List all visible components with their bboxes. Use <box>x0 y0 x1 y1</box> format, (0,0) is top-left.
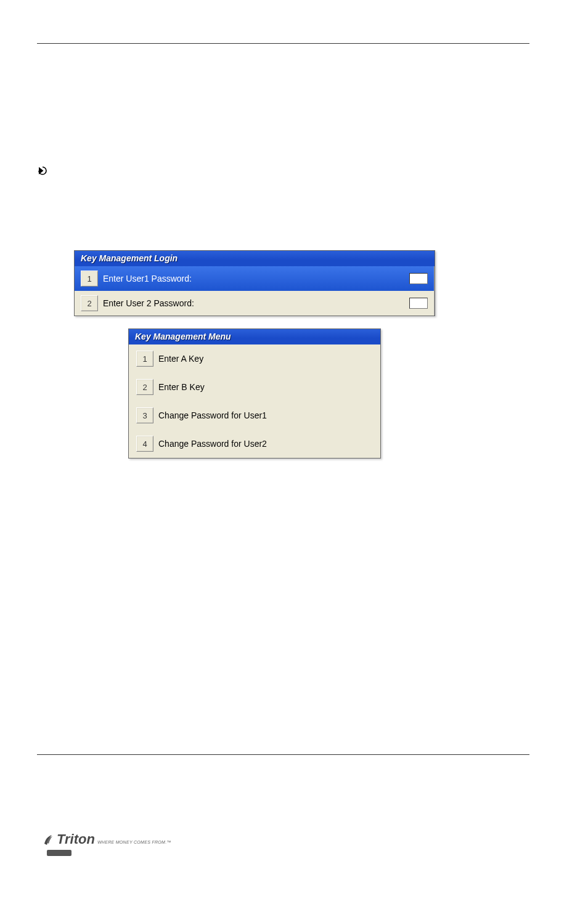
menu-row-change-pw-user2[interactable]: 4 Change Password for User2 <box>129 430 380 458</box>
menu-row-number-2[interactable]: 2 <box>136 379 153 395</box>
footer-brand-text: Triton <box>57 831 95 847</box>
menu-row-change-pw-user1[interactable]: 3 Change Password for User1 <box>129 401 380 430</box>
bottom-divider <box>37 754 529 755</box>
user2-password-input[interactable] <box>409 298 428 309</box>
login-row-number-1[interactable]: 1 <box>81 271 98 287</box>
login-row-user2[interactable]: 2 Enter User 2 Password: <box>75 291 435 316</box>
user1-password-input[interactable] <box>409 273 428 284</box>
menu-row-enter-b-key[interactable]: 2 Enter B Key <box>129 373 380 401</box>
menu-window-title: Key Management Menu <box>129 329 380 344</box>
menu-row-number-4[interactable]: 4 <box>136 436 153 452</box>
footer-logo: Triton WHERE MONEY COMES FROM.™ <box>43 831 171 847</box>
login-row-user1[interactable]: 1 Enter User1 Password: <box>75 266 435 291</box>
login-row-label-2: Enter User 2 Password: <box>103 298 404 308</box>
login-row-number-2[interactable]: 2 <box>81 295 98 311</box>
menu-row-label-2: Enter B Key <box>158 382 373 392</box>
top-divider <box>37 43 529 44</box>
menu-row-label-3: Change Password for User1 <box>158 410 373 420</box>
menu-row-enter-a-key[interactable]: 1 Enter A Key <box>129 344 380 373</box>
key-management-login-window: Key Management Login 1 Enter User1 Passw… <box>74 250 435 316</box>
bullet-line <box>37 164 529 176</box>
login-window-title: Key Management Login <box>75 251 435 266</box>
triton-logo-icon <box>43 833 54 846</box>
menu-row-label-4: Change Password for User2 <box>158 439 373 449</box>
menu-row-number-1[interactable]: 1 <box>136 351 153 367</box>
arrow-right-circle-icon <box>37 165 48 176</box>
menu-row-label-1: Enter A Key <box>158 354 373 364</box>
menu-row-number-3[interactable]: 3 <box>136 407 153 423</box>
footer-sub-badge <box>47 850 71 856</box>
login-row-label-1: Enter User1 Password: <box>103 274 404 283</box>
footer-tagline-text: WHERE MONEY COMES FROM.™ <box>97 840 171 844</box>
key-management-menu-window: Key Management Menu 1 Enter A Key 2 Ente… <box>128 328 381 459</box>
